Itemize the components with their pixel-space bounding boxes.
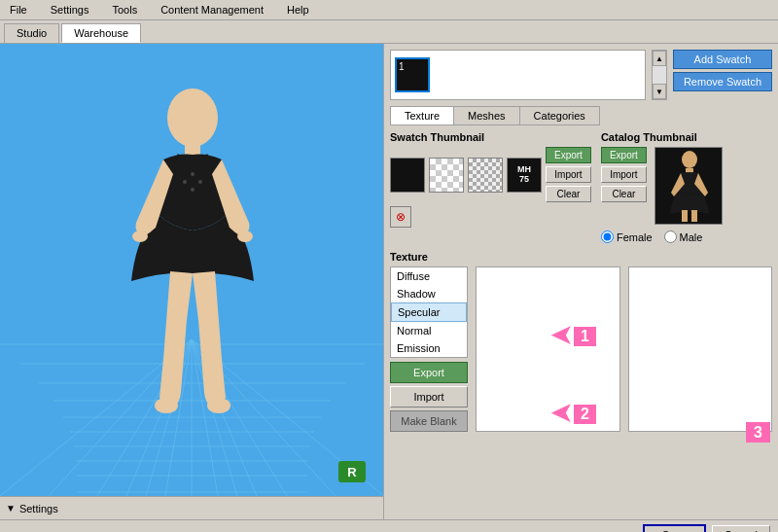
male-radio[interactable] [664,231,677,243]
main-area: R ▼ Settings 1 ▲ ▼ Add Swatch Remove Swa… [0,43,778,519]
female-radio-label[interactable]: Female [601,231,653,243]
menu-file[interactable]: File [4,2,33,18]
swatch-scroll[interactable]: 1 [390,50,646,100]
texture-list: Diffuse Shadow Specular Normal Emission [390,266,468,358]
viewport-footer: ▼ Settings [0,496,383,519]
catalog-export-button[interactable]: Export [601,147,647,163]
svg-point-29 [183,180,187,184]
swatch-clear-button[interactable]: Clear [546,186,591,202]
catalog-thumbnail-label: Catalog Thumbnail [601,131,772,143]
swatch-thumbnail-section: Swatch Thumbnail MH75 Export Import Clea… [390,131,591,243]
texture-section: Diffuse Shadow Specular Normal Emission … [390,266,772,432]
svg-point-39 [682,151,697,168]
swatch-scrollbar[interactable]: ▲ ▼ [652,50,667,100]
tab-studio[interactable]: Studio [4,23,59,43]
menu-help[interactable]: Help [281,2,315,18]
swatch-scroll-down[interactable]: ▼ [653,84,666,99]
swatch-mh-badge: MH75 [507,158,542,193]
viewport: R ▼ Settings [0,44,384,519]
cancel-button[interactable]: Cancel [712,525,770,533]
right-panel: 1 ▲ ▼ Add Swatch Remove Swatch Texture M… [384,44,778,519]
grid-svg: R [0,44,384,496]
texture-list-col: Diffuse Shadow Specular Normal Emission … [390,266,468,432]
tab-texture[interactable]: Texture [390,106,453,125]
catalog-clear-button[interactable]: Clear [601,186,647,202]
bottom-bar: Save Cancel [0,519,778,532]
remove-swatch-button[interactable]: Remove Swatch [673,72,772,91]
texture-section-title: Texture [390,251,772,263]
swatch-import-button[interactable]: Import [546,166,591,183]
texture-make-blank-button[interactable]: Make Blank [390,410,468,432]
female-radio[interactable] [601,231,614,243]
texture-lower: Texture Diffuse Shadow Specular Normal E… [390,251,772,432]
svg-point-31 [191,188,194,192]
svg-point-28 [191,172,194,176]
menu-tools[interactable]: Tools [106,2,143,18]
catalog-thumbnail-section: Catalog Thumbnail Export Import Clear [601,131,772,243]
texture-import-button[interactable]: Import [390,386,468,408]
texture-normal[interactable]: Normal [391,322,467,339]
swatch-thumb-checker2 [468,158,503,193]
texture-shadow[interactable]: Shadow [391,285,467,302]
tab-meshes[interactable]: Meshes [453,106,519,125]
save-button[interactable]: Save [643,524,706,533]
menu-settings[interactable]: Settings [45,2,95,18]
swatch-action-buttons: Add Swatch Remove Swatch [673,50,772,100]
viewport-background: R [0,44,383,496]
settings-chevron[interactable]: ▼ [6,503,16,514]
texture-preview-right [628,266,773,432]
swatch-thumbnail-row: MH75 Export Import Clear [390,147,591,202]
svg-point-32 [132,231,148,242]
catalog-image [654,147,723,225]
add-swatch-button[interactable]: Add Swatch [673,50,772,69]
swatch-thumbnail-label: Swatch Thumbnail [390,131,591,143]
svg-point-33 [237,231,253,242]
swatch-thumb-actions: Export Import Clear [546,147,591,202]
svg-point-34 [155,398,178,413]
svg-text:R: R [347,465,357,479]
catalog-dress-svg [655,148,723,225]
texture-top-content: Swatch Thumbnail MH75 Export Import Clea… [390,131,772,243]
settings-label: Settings [19,503,58,514]
catalog-import-button[interactable]: Import [601,166,647,183]
texture-action-buttons: Export Import Make Blank [390,362,468,432]
texture-diffuse[interactable]: Diffuse [391,267,467,285]
svg-point-35 [207,398,230,413]
tab-warehouse[interactable]: Warehouse [61,23,141,43]
menu-content-management[interactable]: Content Management [155,2,269,18]
texture-emission[interactable]: Emission [391,339,467,357]
gender-radio-row: Female Male [601,231,772,243]
catalog-thumb-actions: Export Import Clear [601,147,647,202]
swatch-thumb-checker1 [429,158,464,193]
inner-tab-bar: Texture Meshes Categories [390,106,772,125]
svg-point-24 [167,89,218,147]
swatch-item-1[interactable]: 1 [395,57,430,92]
swatch-thumb-black [390,158,425,193]
menu-bar: File Settings Tools Content Management H… [0,0,778,20]
swatch-export-button[interactable]: Export [546,147,591,163]
swatch-x-row: ⊗ [390,206,591,228]
svg-rect-43 [682,210,688,222]
catalog-thumb-row: Export Import Clear [601,147,772,225]
swatch-list-area: 1 ▲ ▼ Add Swatch Remove Swatch [390,50,772,100]
male-radio-label[interactable]: Male [664,231,703,243]
svg-point-30 [198,180,202,184]
swatch-scroll-up[interactable]: ▲ [653,51,666,66]
tab-categories[interactable]: Categories [519,106,600,125]
swatch-x-button[interactable]: ⊗ [390,206,411,228]
svg-rect-44 [691,210,697,222]
tab-bar: Studio Warehouse [0,20,778,43]
texture-specular[interactable]: Specular [391,302,467,322]
texture-export-button[interactable]: Export [390,362,468,383]
texture-preview-center [476,266,620,432]
